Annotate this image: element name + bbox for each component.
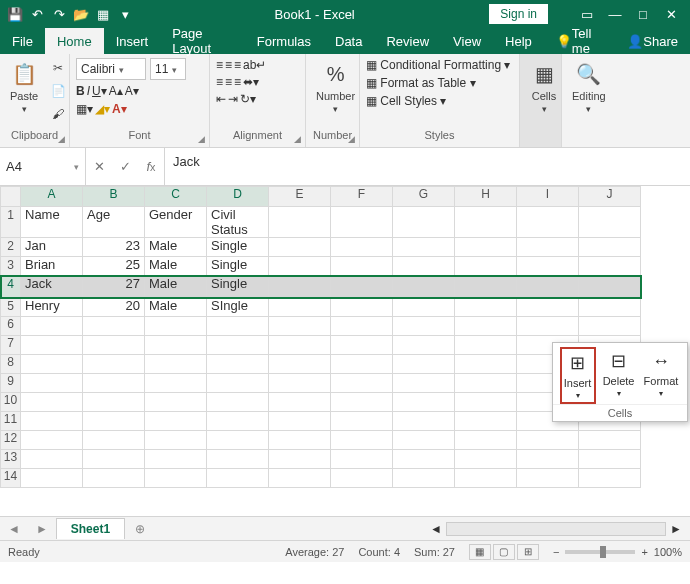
- cut-button[interactable]: ✂: [48, 58, 68, 78]
- row-header[interactable]: 8: [1, 355, 21, 374]
- ribbon-options-icon[interactable]: ▭: [578, 5, 596, 23]
- tab-insert[interactable]: Insert: [104, 28, 161, 54]
- cell[interactable]: [269, 336, 331, 355]
- tab-formulas[interactable]: Formulas: [245, 28, 323, 54]
- col-header[interactable]: E: [269, 187, 331, 207]
- cell[interactable]: [331, 336, 393, 355]
- fill-color-button[interactable]: ◢▾: [95, 102, 110, 116]
- tab-file[interactable]: File: [0, 28, 45, 54]
- copy-button[interactable]: 📄: [48, 81, 68, 101]
- cell[interactable]: Gender: [145, 207, 207, 238]
- cell[interactable]: [207, 450, 269, 469]
- cell[interactable]: [21, 317, 83, 336]
- select-all-button[interactable]: [1, 187, 21, 207]
- cell[interactable]: Age: [83, 207, 145, 238]
- name-box[interactable]: A4▾: [0, 148, 86, 185]
- row-header[interactable]: 6: [1, 317, 21, 336]
- cell[interactable]: [83, 374, 145, 393]
- align-middle-button[interactable]: ≡: [225, 58, 232, 72]
- cell[interactable]: [455, 393, 517, 412]
- cell[interactable]: 27: [83, 276, 145, 298]
- cell[interactable]: 25: [83, 257, 145, 276]
- cell[interactable]: [455, 469, 517, 488]
- zoom-in-icon[interactable]: +: [641, 546, 647, 558]
- row-header[interactable]: 14: [1, 469, 21, 488]
- cell[interactable]: [269, 317, 331, 336]
- conditional-formatting-button[interactable]: ▦ Conditional Formatting ▾: [366, 58, 510, 72]
- col-header[interactable]: J: [579, 187, 641, 207]
- increase-font-button[interactable]: A▴: [109, 84, 123, 98]
- cell[interactable]: [269, 374, 331, 393]
- cell[interactable]: [393, 276, 455, 298]
- cell[interactable]: [517, 298, 579, 317]
- cell[interactable]: [207, 355, 269, 374]
- cell[interactable]: [393, 317, 455, 336]
- indent-dec-button[interactable]: ⇤: [216, 92, 226, 106]
- cell[interactable]: [21, 355, 83, 374]
- cell[interactable]: Male: [145, 276, 207, 298]
- view-normal-button[interactable]: ▦: [469, 544, 491, 560]
- add-sheet-button[interactable]: ⊕: [125, 522, 155, 536]
- cell[interactable]: [269, 207, 331, 238]
- cell[interactable]: Jan: [21, 238, 83, 257]
- hscroll-right-icon[interactable]: ►: [670, 522, 682, 536]
- col-header[interactable]: A: [21, 187, 83, 207]
- cell[interactable]: [269, 412, 331, 431]
- worksheet-area[interactable]: ABCDEFGHIJ1NameAgeGenderCivil Status2Jan…: [0, 186, 690, 516]
- cell[interactable]: [393, 298, 455, 317]
- zoom-slider[interactable]: [565, 550, 635, 554]
- cell[interactable]: [455, 355, 517, 374]
- bold-button[interactable]: B: [76, 84, 85, 98]
- cell[interactable]: [145, 431, 207, 450]
- font-launcher-icon[interactable]: ◢: [195, 133, 207, 145]
- row-header[interactable]: 10: [1, 393, 21, 412]
- view-page-break-button[interactable]: ⊞: [517, 544, 539, 560]
- font-color-button[interactable]: A▾: [112, 102, 127, 116]
- row-header[interactable]: 2: [1, 238, 21, 257]
- fx-icon[interactable]: fx: [138, 159, 164, 174]
- quickprint-icon[interactable]: ▦: [94, 5, 112, 23]
- cell[interactable]: [455, 450, 517, 469]
- clipboard-launcher-icon[interactable]: ◢: [55, 133, 67, 145]
- cell[interactable]: [21, 393, 83, 412]
- cell[interactable]: [269, 450, 331, 469]
- cell[interactable]: [517, 317, 579, 336]
- cell[interactable]: Male: [145, 238, 207, 257]
- cell[interactable]: [455, 317, 517, 336]
- cell[interactable]: [269, 355, 331, 374]
- row-header[interactable]: 13: [1, 450, 21, 469]
- cell[interactable]: [517, 450, 579, 469]
- cell[interactable]: [579, 431, 641, 450]
- cell[interactable]: [517, 431, 579, 450]
- cell[interactable]: [269, 238, 331, 257]
- undo-icon[interactable]: ↶: [28, 5, 46, 23]
- cell[interactable]: [393, 207, 455, 238]
- cell[interactable]: [207, 393, 269, 412]
- cell[interactable]: Henry: [21, 298, 83, 317]
- font-name-select[interactable]: Calibri: [76, 58, 146, 80]
- cell[interactable]: [83, 393, 145, 412]
- decrease-font-button[interactable]: A▾: [125, 84, 139, 98]
- cell[interactable]: Male: [145, 298, 207, 317]
- zoom-level[interactable]: 100%: [654, 546, 682, 558]
- cell[interactable]: [269, 393, 331, 412]
- orientation-button[interactable]: ↻▾: [240, 92, 256, 106]
- cell[interactable]: [269, 257, 331, 276]
- cell[interactable]: [83, 336, 145, 355]
- cell[interactable]: [269, 276, 331, 298]
- align-left-button[interactable]: ≡: [216, 75, 223, 89]
- cell[interactable]: [517, 207, 579, 238]
- col-header[interactable]: I: [517, 187, 579, 207]
- indent-inc-button[interactable]: ⇥: [228, 92, 238, 106]
- cell[interactable]: [393, 355, 455, 374]
- formula-input[interactable]: Jack: [165, 148, 690, 185]
- cell[interactable]: [393, 374, 455, 393]
- cell[interactable]: [331, 355, 393, 374]
- cell[interactable]: [455, 257, 517, 276]
- insert-cells-button[interactable]: ⊞ Insert ▾: [560, 347, 596, 404]
- cell[interactable]: [145, 374, 207, 393]
- cell[interactable]: [393, 238, 455, 257]
- cell[interactable]: [21, 374, 83, 393]
- cell[interactable]: [455, 431, 517, 450]
- close-icon[interactable]: ✕: [662, 5, 680, 23]
